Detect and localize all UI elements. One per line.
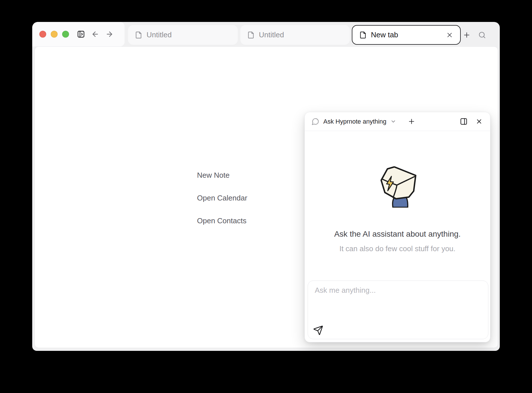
- close-icon: [446, 31, 453, 39]
- send-icon: [313, 325, 323, 335]
- zoom-window-button[interactable]: [62, 31, 69, 38]
- back-button[interactable]: [91, 30, 99, 38]
- toolbar-group: [32, 22, 125, 46]
- search-icon: [478, 31, 486, 39]
- toggle-sidebar-button[interactable]: [77, 30, 85, 38]
- send-button[interactable]: [313, 325, 323, 335]
- assistant-subheading: It can also do few cool stuff for you.: [305, 244, 490, 253]
- prompt-box: [308, 281, 488, 339]
- arrow-left-icon: [91, 30, 99, 38]
- assistant-heading: Ask the AI assistant about anything.: [305, 230, 490, 239]
- message-circle-icon: [312, 118, 319, 125]
- new-tab-button[interactable]: [463, 31, 471, 39]
- panel-right-icon: [460, 118, 468, 125]
- open-calendar-link[interactable]: Open Calendar: [197, 193, 247, 202]
- panel-left-open-icon: [77, 30, 85, 38]
- app-window: Untitled Untitled New tab: [32, 22, 500, 351]
- file-icon: [135, 31, 142, 39]
- assistant-title: Ask Hyprnote anything: [323, 118, 386, 125]
- tab-label: Untitled: [259, 30, 284, 39]
- tab-label: Untitled: [147, 30, 172, 39]
- tab-untitled-1[interactable]: Untitled: [128, 25, 238, 45]
- tab-untitled-2[interactable]: Untitled: [240, 25, 350, 45]
- plus-icon: [408, 118, 415, 125]
- close-window-button[interactable]: [39, 31, 46, 38]
- arrow-right-icon: [105, 30, 113, 38]
- file-icon: [247, 31, 255, 39]
- tab-new-tab-active[interactable]: New tab: [352, 25, 461, 45]
- minimize-window-button[interactable]: [51, 31, 58, 38]
- new-note-link[interactable]: New Note: [197, 171, 230, 180]
- tab-label: New tab: [371, 30, 398, 39]
- close-tab-button[interactable]: [446, 31, 453, 39]
- traffic-lights: [39, 31, 69, 38]
- assistant-header: Ask Hyprnote anything: [305, 112, 490, 131]
- ai-assistant-panel: Ask Hyprnote anything: [304, 112, 490, 342]
- file-icon: [359, 31, 367, 39]
- assistant-mascot: [380, 166, 417, 208]
- close-icon: [476, 118, 483, 125]
- chevron-down-icon: [390, 118, 396, 124]
- search-button[interactable]: [478, 31, 486, 39]
- open-contacts-link[interactable]: Open Contacts: [197, 216, 246, 225]
- assistant-input[interactable]: [308, 281, 488, 324]
- forward-button[interactable]: [105, 30, 113, 38]
- plus-icon: [463, 31, 471, 39]
- dock-panel-button[interactable]: [460, 118, 468, 125]
- new-chat-button[interactable]: [408, 118, 415, 125]
- close-assistant-button[interactable]: [476, 118, 483, 125]
- chat-selector-dropdown[interactable]: [390, 118, 396, 124]
